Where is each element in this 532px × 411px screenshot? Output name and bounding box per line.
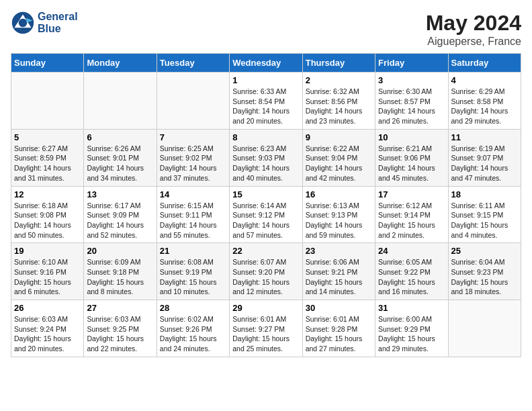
weekday-header-wednesday: Wednesday [230, 54, 302, 73]
day-info: Sunrise: 6:18 AMSunset: 9:08 PMDaylight:… [14, 201, 81, 240]
calendar-cell: 5Sunrise: 6:27 AMSunset: 8:59 PMDaylight… [11, 129, 84, 186]
day-number: 7 [160, 132, 226, 142]
day-info: Sunrise: 6:03 AMSunset: 9:25 PMDaylight:… [87, 314, 153, 354]
day-number: 13 [87, 189, 153, 199]
calendar-cell: 3Sunrise: 6:30 AMSunset: 8:57 PMDaylight… [375, 73, 448, 130]
day-info: Sunrise: 6:15 AMSunset: 9:11 PMDaylight:… [160, 201, 226, 240]
calendar-cell: 23Sunrise: 6:06 AMSunset: 9:21 PMDayligh… [302, 243, 375, 300]
logo-text: General Blue [38, 11, 78, 34]
calendar-table: SundayMondayTuesdayWednesdayThursdayFrid… [11, 53, 521, 357]
calendar-cell: 9Sunrise: 6:22 AMSunset: 9:04 PMDaylight… [302, 129, 375, 186]
day-info: Sunrise: 6:25 AMSunset: 9:02 PMDaylight:… [160, 144, 226, 183]
day-info: Sunrise: 6:21 AMSunset: 9:06 PMDaylight:… [378, 144, 445, 183]
calendar-week-row: 26Sunrise: 6:03 AMSunset: 9:24 PMDayligh… [11, 300, 521, 357]
calendar-cell: 11Sunrise: 6:19 AMSunset: 9:07 PMDayligh… [448, 129, 521, 186]
calendar-cell: 28Sunrise: 6:02 AMSunset: 9:26 PMDayligh… [157, 300, 229, 357]
calendar-week-row: 1Sunrise: 6:33 AMSunset: 8:54 PMDaylight… [11, 73, 521, 130]
day-info: Sunrise: 6:17 AMSunset: 9:09 PMDaylight:… [87, 201, 153, 240]
day-info: Sunrise: 6:14 AMSunset: 9:12 PMDaylight:… [232, 201, 299, 240]
day-number: 22 [232, 246, 299, 256]
day-number: 5 [14, 132, 81, 142]
day-number: 27 [87, 303, 153, 313]
day-info: Sunrise: 6:08 AMSunset: 9:19 PMDaylight:… [160, 257, 226, 297]
location-label: Aigueperse, France [426, 36, 521, 48]
day-number: 1 [232, 75, 299, 85]
day-info: Sunrise: 6:13 AMSunset: 9:13 PMDaylight:… [306, 201, 372, 240]
weekday-header-row: SundayMondayTuesdayWednesdayThursdayFrid… [11, 54, 521, 73]
day-number: 25 [451, 246, 518, 256]
weekday-header-saturday: Saturday [448, 54, 521, 73]
day-number: 15 [232, 189, 299, 199]
day-info: Sunrise: 6:03 AMSunset: 9:24 PMDaylight:… [14, 314, 81, 354]
day-info: Sunrise: 6:19 AMSunset: 9:07 PMDaylight:… [451, 144, 518, 183]
calendar-cell: 7Sunrise: 6:25 AMSunset: 9:02 PMDaylight… [157, 129, 229, 186]
calendar-cell: 19Sunrise: 6:10 AMSunset: 9:16 PMDayligh… [11, 243, 84, 300]
calendar-week-row: 5Sunrise: 6:27 AMSunset: 8:59 PMDaylight… [11, 129, 521, 186]
calendar-cell: 15Sunrise: 6:14 AMSunset: 9:12 PMDayligh… [230, 186, 302, 243]
calendar-cell: 4Sunrise: 6:29 AMSunset: 8:58 PMDaylight… [448, 73, 521, 130]
calendar-cell: 12Sunrise: 6:18 AMSunset: 9:08 PMDayligh… [11, 186, 84, 243]
day-info: Sunrise: 6:00 AMSunset: 9:29 PMDaylight:… [378, 314, 445, 354]
calendar-cell: 27Sunrise: 6:03 AMSunset: 9:25 PMDayligh… [84, 300, 157, 357]
calendar-cell: 31Sunrise: 6:00 AMSunset: 9:29 PMDayligh… [375, 300, 448, 357]
day-number: 19 [14, 246, 81, 256]
calendar-cell: 16Sunrise: 6:13 AMSunset: 9:13 PMDayligh… [302, 186, 375, 243]
day-number: 24 [378, 246, 445, 256]
day-info: Sunrise: 6:12 AMSunset: 9:14 PMDaylight:… [378, 201, 445, 240]
day-info: Sunrise: 6:23 AMSunset: 9:03 PMDaylight:… [232, 144, 299, 183]
calendar-body: 1Sunrise: 6:33 AMSunset: 8:54 PMDaylight… [11, 73, 521, 357]
day-info: Sunrise: 6:11 AMSunset: 9:15 PMDaylight:… [451, 201, 518, 240]
calendar-cell: 14Sunrise: 6:15 AMSunset: 9:11 PMDayligh… [157, 186, 229, 243]
day-info: Sunrise: 6:30 AMSunset: 8:57 PMDaylight:… [378, 87, 445, 126]
day-number: 26 [14, 303, 81, 313]
calendar-week-row: 12Sunrise: 6:18 AMSunset: 9:08 PMDayligh… [11, 186, 521, 243]
day-info: Sunrise: 6:06 AMSunset: 9:21 PMDaylight:… [306, 257, 372, 297]
day-number: 3 [378, 75, 445, 85]
calendar-cell: 29Sunrise: 6:01 AMSunset: 9:27 PMDayligh… [230, 300, 302, 357]
calendar-cell: 13Sunrise: 6:17 AMSunset: 9:09 PMDayligh… [84, 186, 157, 243]
calendar-cell: 22Sunrise: 6:07 AMSunset: 9:20 PMDayligh… [230, 243, 302, 300]
day-info: Sunrise: 6:32 AMSunset: 8:56 PMDaylight:… [306, 87, 372, 126]
day-info: Sunrise: 6:04 AMSunset: 9:23 PMDaylight:… [451, 257, 518, 297]
calendar-cell: 10Sunrise: 6:21 AMSunset: 9:06 PMDayligh… [375, 129, 448, 186]
day-info: Sunrise: 6:27 AMSunset: 8:59 PMDaylight:… [14, 144, 81, 183]
calendar-cell: 20Sunrise: 6:09 AMSunset: 9:18 PMDayligh… [84, 243, 157, 300]
day-info: Sunrise: 6:33 AMSunset: 8:54 PMDaylight:… [232, 87, 299, 126]
title-block: May 2024 Aigueperse, France [426, 11, 521, 48]
month-year-title: May 2024 [426, 11, 521, 36]
day-number: 28 [160, 303, 226, 313]
calendar-cell: 1Sunrise: 6:33 AMSunset: 8:54 PMDaylight… [230, 73, 302, 130]
weekday-header-thursday: Thursday [302, 54, 375, 73]
calendar-cell: 21Sunrise: 6:08 AMSunset: 9:19 PMDayligh… [157, 243, 229, 300]
day-number: 30 [306, 303, 372, 313]
day-number: 20 [87, 246, 153, 256]
day-info: Sunrise: 6:07 AMSunset: 9:20 PMDaylight:… [232, 257, 299, 297]
weekday-header-monday: Monday [84, 54, 157, 73]
weekday-header-friday: Friday [375, 54, 448, 73]
day-info: Sunrise: 6:22 AMSunset: 9:04 PMDaylight:… [306, 144, 372, 183]
day-number: 23 [306, 246, 372, 256]
day-number: 18 [451, 189, 518, 199]
day-info: Sunrise: 6:29 AMSunset: 8:58 PMDaylight:… [451, 87, 518, 126]
calendar-header: SundayMondayTuesdayWednesdayThursdayFrid… [11, 54, 521, 73]
page-header: General Blue May 2024 Aigueperse, France [11, 11, 521, 48]
day-number: 4 [451, 75, 518, 85]
logo: General Blue [11, 11, 78, 35]
calendar-cell: 8Sunrise: 6:23 AMSunset: 9:03 PMDaylight… [230, 129, 302, 186]
calendar-cell: 6Sunrise: 6:26 AMSunset: 9:01 PMDaylight… [84, 129, 157, 186]
day-number: 10 [378, 132, 445, 142]
day-number: 31 [378, 303, 445, 313]
weekday-header-tuesday: Tuesday [157, 54, 229, 73]
day-info: Sunrise: 6:01 AMSunset: 9:27 PMDaylight:… [232, 314, 299, 354]
weekday-header-sunday: Sunday [11, 54, 84, 73]
day-info: Sunrise: 6:01 AMSunset: 9:28 PMDaylight:… [306, 314, 372, 354]
calendar-cell [448, 300, 521, 357]
day-number: 9 [306, 132, 372, 142]
calendar-cell: 17Sunrise: 6:12 AMSunset: 9:14 PMDayligh… [375, 186, 448, 243]
day-number: 29 [232, 303, 299, 313]
day-info: Sunrise: 6:02 AMSunset: 9:26 PMDaylight:… [160, 314, 226, 354]
day-number: 17 [378, 189, 445, 199]
day-number: 6 [87, 132, 153, 142]
day-number: 12 [14, 189, 81, 199]
logo-icon [11, 11, 35, 35]
